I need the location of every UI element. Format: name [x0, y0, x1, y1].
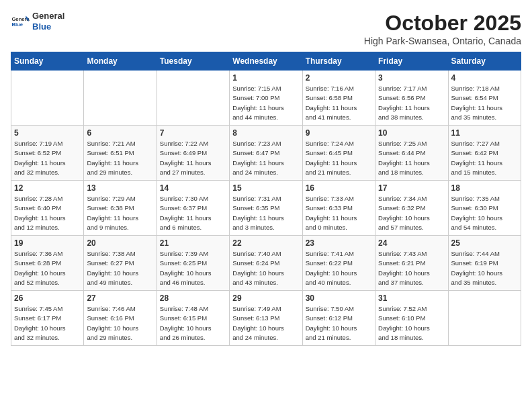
calendar-cell — [157, 71, 229, 126]
day-number: 16 — [306, 183, 372, 193]
day-info: Sunrise: 7:21 AM Sunset: 6:51 PM Dayligh… — [87, 139, 153, 177]
day-info: Sunrise: 7:41 AM Sunset: 6:22 PM Dayligh… — [306, 249, 372, 287]
calendar-cell: 8Sunrise: 7:23 AM Sunset: 6:47 PM Daylig… — [230, 126, 302, 181]
calendar-table: SundayMondayTuesdayWednesdayThursdayFrid… — [11, 52, 521, 346]
calendar-cell: 20Sunrise: 7:38 AM Sunset: 6:27 PM Dayli… — [84, 236, 157, 291]
weekday-header: Monday — [84, 52, 157, 71]
calendar-cell: 10Sunrise: 7:25 AM Sunset: 6:44 PM Dayli… — [375, 126, 448, 181]
day-info: Sunrise: 7:46 AM Sunset: 6:16 PM Dayligh… — [87, 304, 153, 342]
day-info: Sunrise: 7:18 AM Sunset: 6:54 PM Dayligh… — [451, 84, 518, 122]
day-info: Sunrise: 7:24 AM Sunset: 6:45 PM Dayligh… — [306, 139, 372, 177]
day-number: 3 — [378, 73, 445, 83]
calendar-cell: 13Sunrise: 7:29 AM Sunset: 6:38 PM Dayli… — [84, 181, 157, 236]
calendar-cell: 31Sunrise: 7:52 AM Sunset: 6:10 PM Dayli… — [375, 291, 448, 346]
day-info: Sunrise: 7:43 AM Sunset: 6:21 PM Dayligh… — [378, 249, 445, 287]
day-number: 9 — [306, 128, 372, 138]
day-info: Sunrise: 7:30 AM Sunset: 6:37 PM Dayligh… — [160, 194, 226, 232]
calendar-cell: 6Sunrise: 7:21 AM Sunset: 6:51 PM Daylig… — [84, 126, 157, 181]
day-number: 7 — [160, 128, 226, 138]
day-number: 13 — [87, 183, 153, 193]
svg-text:Blue: Blue — [11, 21, 23, 28]
calendar-cell: 26Sunrise: 7:45 AM Sunset: 6:17 PM Dayli… — [11, 291, 84, 346]
calendar-cell: 22Sunrise: 7:40 AM Sunset: 6:24 PM Dayli… — [230, 236, 302, 291]
calendar-week-row: 5Sunrise: 7:19 AM Sunset: 6:52 PM Daylig… — [11, 126, 521, 181]
logo-general: General — [32, 11, 64, 21]
weekday-header: Saturday — [448, 52, 521, 71]
weekday-header: Tuesday — [157, 52, 229, 71]
weekday-header-row: SundayMondayTuesdayWednesdayThursdayFrid… — [11, 52, 521, 71]
calendar-cell: 3Sunrise: 7:17 AM Sunset: 6:56 PM Daylig… — [375, 71, 448, 126]
day-number: 23 — [306, 238, 372, 248]
day-info: Sunrise: 7:36 AM Sunset: 6:28 PM Dayligh… — [14, 249, 81, 287]
day-info: Sunrise: 7:34 AM Sunset: 6:32 PM Dayligh… — [378, 194, 445, 232]
calendar-week-row: 12Sunrise: 7:28 AM Sunset: 6:40 PM Dayli… — [11, 181, 521, 236]
calendar-cell: 1Sunrise: 7:15 AM Sunset: 7:00 PM Daylig… — [230, 71, 302, 126]
day-number: 8 — [232, 128, 299, 138]
day-number: 1 — [232, 73, 299, 83]
day-info: Sunrise: 7:52 AM Sunset: 6:10 PM Dayligh… — [378, 304, 445, 342]
day-number: 21 — [160, 238, 226, 248]
day-number: 12 — [14, 183, 81, 193]
calendar-cell: 19Sunrise: 7:36 AM Sunset: 6:28 PM Dayli… — [11, 236, 84, 291]
day-number: 27 — [87, 293, 153, 303]
calendar-week-row: 26Sunrise: 7:45 AM Sunset: 6:17 PM Dayli… — [11, 291, 521, 346]
day-info: Sunrise: 7:16 AM Sunset: 6:58 PM Dayligh… — [306, 84, 372, 122]
day-info: Sunrise: 7:35 AM Sunset: 6:30 PM Dayligh… — [451, 194, 518, 232]
calendar-cell: 29Sunrise: 7:49 AM Sunset: 6:13 PM Dayli… — [230, 291, 302, 346]
calendar-cell: 12Sunrise: 7:28 AM Sunset: 6:40 PM Dayli… — [11, 181, 84, 236]
logo-icon: General Blue — [11, 12, 30, 31]
day-number: 15 — [232, 183, 299, 193]
day-info: Sunrise: 7:27 AM Sunset: 6:42 PM Dayligh… — [451, 139, 518, 177]
day-number: 29 — [232, 293, 299, 303]
day-info: Sunrise: 7:31 AM Sunset: 6:35 PM Dayligh… — [232, 194, 299, 232]
day-info: Sunrise: 7:28 AM Sunset: 6:40 PM Dayligh… — [14, 194, 81, 232]
weekday-header: Wednesday — [230, 52, 302, 71]
title-section: October 2025 High Park-Swansea, Ontario,… — [364, 11, 521, 46]
calendar-cell: 16Sunrise: 7:33 AM Sunset: 6:33 PM Dayli… — [302, 181, 375, 236]
calendar-cell: 4Sunrise: 7:18 AM Sunset: 6:54 PM Daylig… — [448, 71, 521, 126]
day-info: Sunrise: 7:22 AM Sunset: 6:49 PM Dayligh… — [160, 139, 226, 177]
day-info: Sunrise: 7:38 AM Sunset: 6:27 PM Dayligh… — [87, 249, 153, 287]
month-title: October 2025 — [364, 11, 521, 36]
calendar-cell — [11, 71, 84, 126]
calendar-cell: 7Sunrise: 7:22 AM Sunset: 6:49 PM Daylig… — [157, 126, 229, 181]
day-info: Sunrise: 7:17 AM Sunset: 6:56 PM Dayligh… — [378, 84, 445, 122]
calendar-cell — [448, 291, 521, 346]
day-number: 19 — [14, 238, 81, 248]
day-number: 22 — [232, 238, 299, 248]
day-number: 14 — [160, 183, 226, 193]
calendar-cell: 25Sunrise: 7:44 AM Sunset: 6:19 PM Dayli… — [448, 236, 521, 291]
day-number: 25 — [451, 238, 518, 248]
calendar-cell: 2Sunrise: 7:16 AM Sunset: 6:58 PM Daylig… — [302, 71, 375, 126]
calendar-cell — [84, 71, 157, 126]
weekday-header: Friday — [375, 52, 448, 71]
calendar-cell: 5Sunrise: 7:19 AM Sunset: 6:52 PM Daylig… — [11, 126, 84, 181]
day-info: Sunrise: 7:45 AM Sunset: 6:17 PM Dayligh… — [14, 304, 81, 342]
day-info: Sunrise: 7:25 AM Sunset: 6:44 PM Dayligh… — [378, 139, 445, 177]
calendar-cell: 30Sunrise: 7:50 AM Sunset: 6:12 PM Dayli… — [302, 291, 375, 346]
day-number: 18 — [451, 183, 518, 193]
day-number: 5 — [14, 128, 81, 138]
calendar-cell: 18Sunrise: 7:35 AM Sunset: 6:30 PM Dayli… — [448, 181, 521, 236]
calendar-cell: 11Sunrise: 7:27 AM Sunset: 6:42 PM Dayli… — [448, 126, 521, 181]
day-number: 2 — [306, 73, 372, 83]
calendar-week-row: 1Sunrise: 7:15 AM Sunset: 7:00 PM Daylig… — [11, 71, 521, 126]
calendar-cell: 23Sunrise: 7:41 AM Sunset: 6:22 PM Dayli… — [302, 236, 375, 291]
day-number: 6 — [87, 128, 153, 138]
day-info: Sunrise: 7:23 AM Sunset: 6:47 PM Dayligh… — [232, 139, 299, 177]
calendar-cell: 15Sunrise: 7:31 AM Sunset: 6:35 PM Dayli… — [230, 181, 302, 236]
location: High Park-Swansea, Ontario, Canada — [364, 36, 521, 46]
day-number: 24 — [378, 238, 445, 248]
day-number: 26 — [14, 293, 81, 303]
day-info: Sunrise: 7:19 AM Sunset: 6:52 PM Dayligh… — [14, 139, 81, 177]
page-header: General Blue General Blue October 2025 H… — [11, 11, 521, 46]
day-number: 28 — [160, 293, 226, 303]
day-info: Sunrise: 7:33 AM Sunset: 6:33 PM Dayligh… — [306, 194, 372, 232]
day-info: Sunrise: 7:48 AM Sunset: 6:15 PM Dayligh… — [160, 304, 226, 342]
day-info: Sunrise: 7:40 AM Sunset: 6:24 PM Dayligh… — [232, 249, 299, 287]
day-number: 10 — [378, 128, 445, 138]
calendar-week-row: 19Sunrise: 7:36 AM Sunset: 6:28 PM Dayli… — [11, 236, 521, 291]
day-info: Sunrise: 7:49 AM Sunset: 6:13 PM Dayligh… — [232, 304, 299, 342]
logo: General Blue General Blue — [11, 11, 64, 32]
day-info: Sunrise: 7:44 AM Sunset: 6:19 PM Dayligh… — [451, 249, 518, 287]
